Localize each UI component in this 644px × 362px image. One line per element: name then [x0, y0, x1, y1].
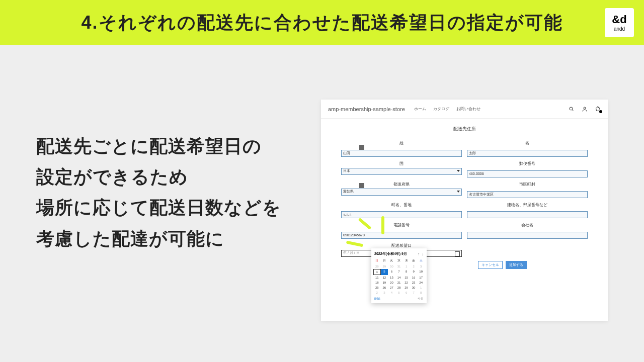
calendar-day[interactable]: 26	[381, 285, 388, 290]
store-name: amp-membership-sample-store	[328, 106, 405, 112]
logo-mark: &d	[612, 14, 626, 25]
label-firstname: 名	[467, 140, 588, 146]
input-phone[interactable]	[341, 232, 462, 239]
store-header: amp-membership-sample-store ホーム カタログ お問い…	[321, 100, 608, 119]
calendar-month-title: 2022年(令和4年) 9月	[374, 251, 407, 256]
calendar-dow: 月	[381, 257, 388, 264]
calendar-clear-button[interactable]: 削除	[374, 297, 380, 301]
calendar-day[interactable]: 28	[395, 285, 403, 290]
calendar-dow: 日	[373, 257, 381, 264]
calendar-day[interactable]: 8	[417, 290, 425, 295]
calendar-day[interactable]: 29	[381, 264, 388, 269]
cancel-button[interactable]: キャンセル	[478, 261, 503, 269]
calendar-day[interactable]: 6	[388, 269, 395, 275]
body-description: 配送先ごとに配送希望日の設定ができるため場所に応じて配送日数などを考慮した配達が…	[36, 131, 281, 254]
label-phone: 電話番号	[341, 222, 462, 228]
select-pref[interactable]: 愛知県	[341, 189, 462, 196]
nav-contact[interactable]: お問い合わせ	[456, 106, 480, 112]
page-title: 4.それぞれの配送先に合わせた配送希望日の指定が可能	[15, 11, 629, 35]
calendar-day[interactable]: 1	[403, 264, 410, 269]
calendar-day[interactable]: 20	[388, 280, 395, 285]
user-icon[interactable]	[582, 106, 588, 112]
calendar-day[interactable]: 14	[395, 275, 403, 280]
calendar-today-button[interactable]: 今日	[418, 297, 424, 301]
submit-button[interactable]: 追加する	[506, 261, 527, 269]
side-marker-icon	[359, 183, 364, 188]
calendar-day[interactable]: 4	[373, 269, 381, 275]
calendar-day[interactable]: 6	[403, 290, 410, 295]
header-icons	[569, 106, 601, 112]
label-delivery-date: 配送希望日	[341, 243, 462, 248]
calendar-day[interactable]: 18	[373, 280, 381, 285]
select-country[interactable]: 日本	[341, 168, 462, 175]
calendar-day[interactable]: 28	[373, 264, 381, 269]
calendar-day[interactable]: 4	[388, 290, 395, 295]
calendar-dow: 金	[410, 257, 418, 264]
calendar-day[interactable]: 5	[381, 269, 388, 275]
nav-links: ホーム カタログ お問い合わせ	[414, 106, 480, 112]
input-city[interactable]	[467, 191, 588, 198]
calendar-day[interactable]: 16	[410, 275, 418, 280]
calendar-dow: 水	[395, 257, 403, 264]
date-picker-popup: 2022年(令和4年) 9月 ↑ ↓ 日月火水木金土 2829303112345…	[371, 248, 427, 303]
calendar-day[interactable]: 10	[417, 269, 425, 275]
app-screenshot: amp-membership-sample-store ホーム カタログ お問い…	[321, 100, 608, 321]
input-lastname[interactable]	[341, 150, 462, 157]
calendar-day[interactable]: 24	[417, 280, 425, 285]
calendar-day[interactable]: 21	[395, 280, 403, 285]
calendar-next-icon[interactable]: ↓	[422, 252, 424, 256]
calendar-day[interactable]: 22	[403, 280, 410, 285]
label-city: 市区町村	[467, 182, 588, 187]
input-street[interactable]	[341, 211, 462, 218]
label-postal: 郵便番号	[467, 161, 588, 166]
cart-icon[interactable]	[595, 106, 601, 112]
input-building[interactable]	[467, 211, 588, 218]
nav-home[interactable]: ホーム	[414, 106, 426, 112]
svg-point-0	[570, 107, 573, 110]
nav-catalog[interactable]: カタログ	[433, 106, 449, 112]
label-street: 町名、番地	[341, 202, 462, 208]
calendar-day[interactable]: 11	[373, 275, 381, 280]
calendar-day[interactable]: 31	[395, 264, 403, 269]
calendar-day[interactable]: 7	[395, 269, 403, 275]
calendar-day[interactable]: 15	[403, 275, 410, 280]
label-building: 建物名、部屋番号など	[467, 202, 588, 208]
calendar-day[interactable]: 9	[410, 269, 418, 275]
calendar-day[interactable]: 17	[417, 275, 425, 280]
calendar-day[interactable]: 3	[417, 264, 425, 269]
calendar-day[interactable]: 25	[373, 285, 381, 290]
brand-logo: &d andd	[605, 8, 634, 37]
side-marker-icon	[359, 145, 364, 150]
calendar-day[interactable]: 30	[388, 264, 395, 269]
svg-line-1	[573, 110, 574, 111]
calendar-day[interactable]: 23	[410, 280, 418, 285]
label-country: 国	[341, 161, 462, 166]
header-bar: 4.それぞれの配送先に合わせた配送希望日の指定が可能 &d andd	[0, 0, 644, 45]
calendar-day[interactable]: 13	[388, 275, 395, 280]
calendar-day[interactable]: 3	[381, 290, 388, 295]
address-form: 配送先住所 姓 名 国 日本 郵便番号 都道府	[321, 119, 608, 269]
label-company: 会社名	[467, 222, 588, 228]
calendar-day[interactable]: 2	[410, 264, 418, 269]
input-company[interactable]	[467, 232, 588, 239]
calendar-day[interactable]: 19	[381, 280, 388, 285]
calendar-day[interactable]: 2	[373, 290, 381, 295]
input-postal[interactable]	[467, 170, 588, 177]
svg-point-2	[584, 107, 586, 109]
form-title: 配送先住所	[341, 126, 588, 132]
calendar-day[interactable]: 7	[410, 290, 418, 295]
calendar-day[interactable]: 1	[417, 285, 425, 290]
calendar-day[interactable]: 29	[403, 285, 410, 290]
calendar-day[interactable]: 5	[395, 290, 403, 295]
calendar-day[interactable]: 8	[403, 269, 410, 275]
calendar-day[interactable]: 12	[381, 275, 388, 280]
calendar-dow: 土	[417, 257, 425, 264]
logo-subtext: andd	[614, 26, 625, 32]
calendar-day[interactable]: 27	[388, 285, 395, 290]
calendar-day[interactable]: 30	[410, 285, 418, 290]
calendar-dow: 火	[388, 257, 395, 264]
search-icon[interactable]	[569, 106, 575, 112]
calendar-prev-icon[interactable]: ↑	[418, 252, 420, 256]
calendar-dow: 木	[403, 257, 410, 264]
input-firstname[interactable]	[467, 150, 588, 157]
